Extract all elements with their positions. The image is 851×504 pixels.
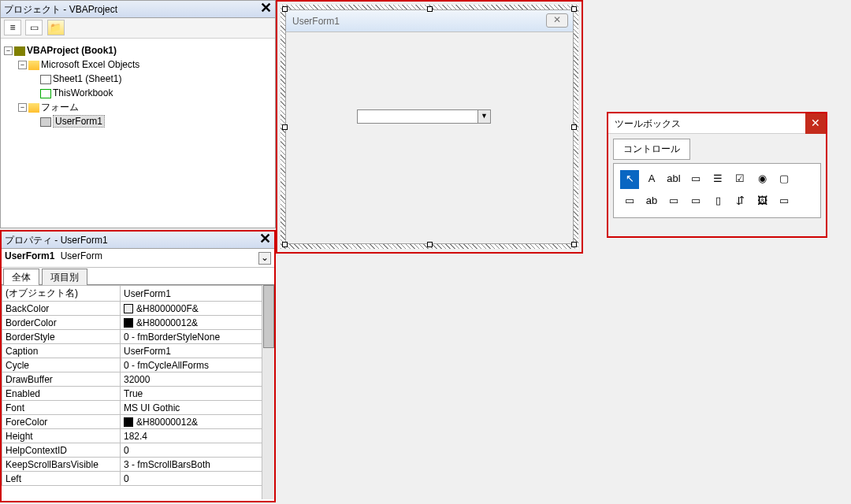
- property-row[interactable]: FontMS UI Gothic: [2, 401, 274, 415]
- close-icon[interactable]: ✕: [546, 13, 568, 28]
- tool-scrollbar[interactable]: ▯: [708, 192, 727, 211]
- toolbox-window[interactable]: ツールボックス ✕ コントロール ↖Aabl▭☰☑◉▢▭ab▭▭▯⇵🖼▭: [607, 112, 827, 238]
- tree-folder-forms[interactable]: −フォーム: [4, 100, 272, 114]
- view-code-icon[interactable]: ≡: [4, 20, 21, 35]
- object-selector[interactable]: UserForm1 UserForm ⌄: [2, 249, 274, 268]
- property-row[interactable]: KeepScrollBarsVisible3 - fmScrollBarsBot…: [2, 458, 274, 472]
- property-row[interactable]: Height182.4: [2, 429, 274, 443]
- tool-commandbutton[interactable]: ab: [642, 192, 661, 211]
- tree-thisworkbook[interactable]: ThisWorkbook: [4, 86, 272, 100]
- tool-spinbutton[interactable]: ⇵: [730, 192, 749, 211]
- properties-tabs: 全体 項目別: [2, 268, 274, 285]
- tab-alphabetic[interactable]: 全体: [3, 269, 39, 286]
- toolbox-titlebar[interactable]: ツールボックス ✕: [608, 113, 826, 134]
- form-designer[interactable]: UserForm1 ✕ ▼: [276, 0, 583, 254]
- view-object-icon[interactable]: ▭: [25, 20, 43, 35]
- toolbox-tab-controls[interactable]: コントロール: [613, 139, 690, 160]
- chevron-down-icon[interactable]: ▼: [478, 110, 490, 123]
- tool-optionbutton[interactable]: ◉: [753, 170, 771, 189]
- property-row[interactable]: HelpContextID0: [2, 443, 274, 458]
- tool-combobox[interactable]: ▭: [686, 170, 705, 189]
- tool-checkbox[interactable]: ☑: [730, 170, 749, 189]
- tool-tabstrip[interactable]: ▭: [664, 192, 683, 211]
- properties-titlebar[interactable]: プロパティ - UserForm1 ✕: [2, 232, 274, 249]
- toggle-folders-icon[interactable]: 📁: [47, 20, 65, 35]
- tool-label[interactable]: A: [642, 170, 661, 189]
- scrollbar[interactable]: [262, 285, 274, 499]
- property-row[interactable]: EnabledTrue: [2, 387, 274, 401]
- chevron-down-icon[interactable]: ⌄: [258, 252, 271, 265]
- property-row[interactable]: CaptionUserForm1: [2, 344, 274, 358]
- combobox-control[interactable]: ▼: [357, 109, 491, 124]
- userform-titlebar[interactable]: UserForm1 ✕: [286, 10, 573, 32]
- tree-root[interactable]: −VBAProject (Book1): [4, 43, 272, 57]
- property-row[interactable]: BorderStyle0 - fmBorderStyleNone: [2, 330, 274, 344]
- property-row[interactable]: BorderColor&H80000012&: [2, 316, 274, 330]
- tool-textbox[interactable]: abl: [664, 170, 683, 189]
- properties-grid: (オブジェクト名)UserForm1BackColor&H8000000F&Bo…: [2, 285, 274, 499]
- tab-categorized[interactable]: 項目別: [42, 269, 87, 286]
- tool-pointer[interactable]: ↖: [620, 170, 639, 189]
- properties-window: プロパティ - UserForm1 ✕ UserForm1 UserForm ⌄…: [0, 230, 276, 502]
- close-icon[interactable]: ✕: [805, 113, 826, 134]
- userform-body[interactable]: ▼: [286, 32, 573, 243]
- tool-multipage[interactable]: ▭: [686, 192, 705, 211]
- close-icon[interactable]: ✕: [257, 232, 273, 246]
- project-title: プロジェクト - VBAProject: [4, 4, 117, 15]
- project-explorer: プロジェクト - VBAProject ✕ ≡ ▭ 📁 −VBAProject …: [0, 0, 276, 228]
- project-titlebar[interactable]: プロジェクト - VBAProject ✕: [1, 1, 275, 18]
- property-row[interactable]: ForeColor&H80000012&: [2, 415, 274, 429]
- project-tree: −VBAProject (Book1) −Microsoft Excel Obj…: [1, 39, 275, 133]
- property-row[interactable]: Cycle0 - fmCycleAllForms: [2, 358, 274, 372]
- properties-title: プロパティ - UserForm1: [5, 235, 108, 246]
- userform-window[interactable]: UserForm1 ✕ ▼: [285, 9, 574, 244]
- property-row[interactable]: DrawBuffer32000: [2, 372, 274, 387]
- close-icon[interactable]: ✕: [258, 2, 273, 16]
- tree-userform1[interactable]: UserForm1: [4, 114, 272, 128]
- project-toolbar: ≡ ▭ 📁: [1, 18, 275, 39]
- toolbox-tool-grid: ↖Aabl▭☰☑◉▢▭ab▭▭▯⇵🖼▭: [613, 163, 821, 218]
- tool-listbox[interactable]: ☰: [708, 170, 727, 189]
- tool-refedit[interactable]: ▭: [775, 192, 793, 211]
- property-row[interactable]: Left0: [2, 472, 274, 486]
- tool-image[interactable]: 🖼: [753, 192, 771, 211]
- tree-sheet1[interactable]: Sheet1 (Sheet1): [4, 72, 272, 86]
- tool-togglebutton[interactable]: ▢: [775, 170, 793, 189]
- property-row[interactable]: BackColor&H8000000F&: [2, 302, 274, 316]
- tool-frame[interactable]: ▭: [620, 192, 639, 211]
- property-row[interactable]: (オブジェクト名)UserForm1: [2, 286, 274, 302]
- tree-folder-objects[interactable]: −Microsoft Excel Objects: [4, 57, 272, 72]
